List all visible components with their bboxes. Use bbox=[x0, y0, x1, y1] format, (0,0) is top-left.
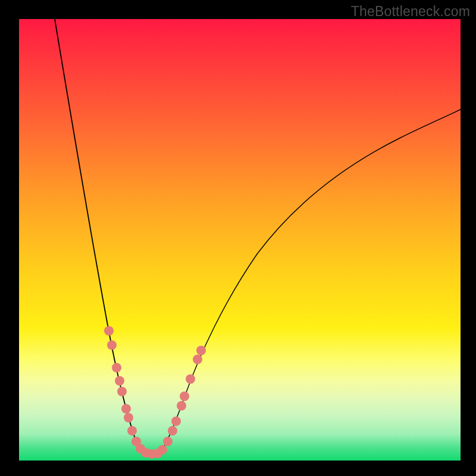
chart-frame: TheBottleneck.com bbox=[0, 0, 476, 476]
svg-point-4 bbox=[117, 387, 127, 396]
left-bead-cluster bbox=[104, 326, 162, 459]
svg-point-21 bbox=[196, 346, 206, 355]
svg-point-16 bbox=[171, 416, 181, 426]
svg-point-3 bbox=[115, 376, 124, 386]
svg-point-14 bbox=[163, 437, 173, 446]
svg-point-6 bbox=[124, 413, 133, 422]
svg-point-7 bbox=[127, 426, 137, 436]
svg-point-19 bbox=[186, 374, 195, 384]
right-curve bbox=[159, 109, 461, 453]
right-bead-cluster bbox=[158, 346, 206, 455]
svg-point-15 bbox=[168, 426, 177, 436]
curves-svg bbox=[19, 19, 461, 461]
svg-point-17 bbox=[177, 401, 186, 411]
left-curve bbox=[55, 19, 146, 453]
svg-point-2 bbox=[112, 363, 121, 372]
svg-point-0 bbox=[104, 326, 114, 336]
watermark-text: TheBottleneck.com bbox=[351, 4, 470, 20]
svg-point-5 bbox=[121, 404, 131, 414]
svg-point-1 bbox=[107, 340, 117, 350]
svg-point-18 bbox=[180, 392, 189, 401]
svg-point-20 bbox=[193, 355, 202, 364]
plot-area bbox=[19, 19, 461, 461]
svg-point-13 bbox=[158, 445, 167, 455]
